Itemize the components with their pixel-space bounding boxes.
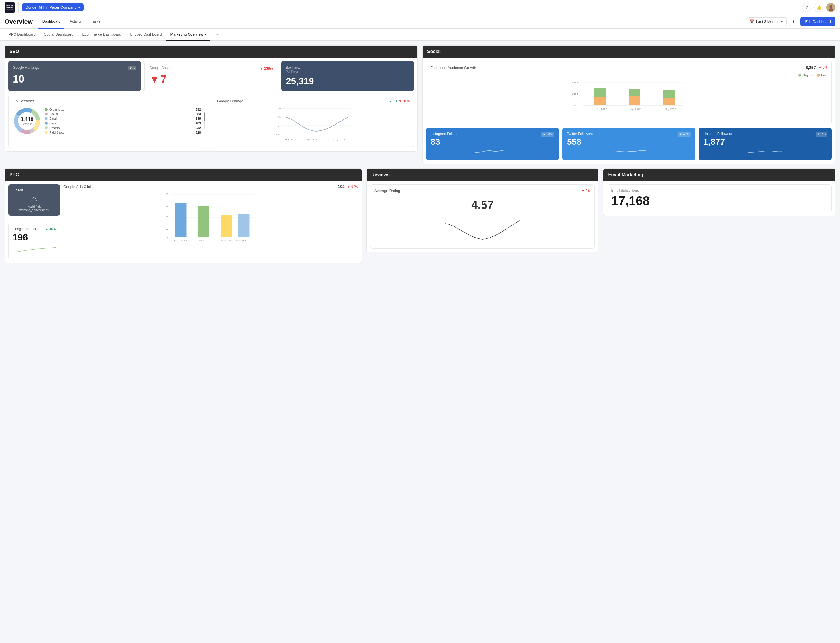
svg-point-5 bbox=[829, 5, 832, 8]
email-marketing-wrapper: Email Marketing Email Subscribers 17,168 bbox=[603, 168, 835, 216]
reviews-wrapper: Reviews Average Rating ▼ 3% 4.57 bbox=[367, 168, 599, 253]
svg-text:Apr 2022: Apr 2022 bbox=[630, 108, 641, 111]
more-tabs-button[interactable]: ··· bbox=[213, 31, 222, 38]
fb-change: ▼ 5% bbox=[818, 65, 827, 70]
social-section: Social Facebook Audience Growth 8,257 ▼ … bbox=[422, 45, 835, 164]
linkedin-card: LinkedIn Followers ▼ 7% 1,877 bbox=[699, 128, 832, 160]
warning-icon: ⚠ bbox=[12, 194, 56, 202]
svg-text:20: 20 bbox=[165, 216, 168, 219]
svg-text:-20: -20 bbox=[276, 133, 280, 136]
linkedin-wave bbox=[703, 147, 827, 155]
sub-tab-ecommerce[interactable]: Ecommerce Dashboard bbox=[78, 29, 126, 41]
chevron-down-icon: ▾ bbox=[781, 20, 783, 24]
avg-rating-chart bbox=[374, 215, 591, 243]
linkedin-badge: ▼ 7% bbox=[816, 132, 827, 137]
fb-organic-legend: Organic bbox=[798, 73, 814, 77]
backlinks-value: 25,319 bbox=[286, 76, 409, 86]
instagram-badge: ▲ 88% bbox=[541, 132, 555, 137]
svg-text:30: 30 bbox=[165, 204, 168, 207]
google-change-small-card: Google Change ▼ 138% ▼ 7 bbox=[144, 61, 277, 91]
svg-text:Acme Law: Acme Law bbox=[221, 239, 232, 242]
backlinks-label: Backlinks (All Time) bbox=[286, 65, 409, 73]
bottom-sections-row: PPC FR Ads ⚠ invalid field: website_conv… bbox=[5, 168, 835, 263]
gc-badge-green: ▲ 13 bbox=[388, 99, 397, 103]
tab-dashboard[interactable]: Dashboard bbox=[38, 15, 65, 29]
google-change-value: ▼ 7 bbox=[149, 73, 273, 85]
legend-item-email: Email 539 bbox=[45, 116, 201, 121]
social-wrapper: Social Facebook Audience Growth 8,257 ▼ … bbox=[422, 45, 835, 164]
google-ads-co-value: 196 bbox=[13, 232, 55, 243]
avg-rating-header: Average Rating ▼ 3% bbox=[374, 189, 591, 193]
google-change-line-chart: 40 20 0 -20 bbox=[217, 106, 410, 143]
tab-activity[interactable]: Activity bbox=[65, 15, 85, 29]
google-change-label: Google Change bbox=[149, 66, 173, 70]
social-follower-cards: Instagram Follo... ▲ 88% 83 Twitter Fo bbox=[426, 128, 832, 160]
avatar[interactable] bbox=[826, 3, 835, 12]
email-marketing-header: Email Marketing bbox=[603, 169, 835, 181]
svg-text:Acme Dental: Acme Dental bbox=[173, 239, 186, 242]
backlinks-card: Backlinks (All Time) 25,319 bbox=[281, 61, 414, 91]
chevron-down-icon: ▾ bbox=[204, 32, 206, 36]
legend-item-social: Social 584 bbox=[45, 112, 201, 116]
instagram-card: Instagram Follo... ▲ 88% 83 bbox=[426, 128, 559, 160]
ppc-header: PPC bbox=[5, 169, 362, 181]
date-range-button[interactable]: 📅 Last 3 Months ▾ bbox=[746, 18, 787, 26]
ga-scrollbar[interactable] bbox=[204, 112, 205, 129]
google-ads-clicks-card: Google Ads Clicks 102 ▼ 67% 40 30 20 10 bbox=[63, 184, 358, 259]
top-sections-row: SEO Google Rankings 0% 10 bbox=[5, 45, 835, 164]
google-ads-co-chart bbox=[13, 244, 55, 254]
twitter-badge: ▼ 45% bbox=[678, 132, 691, 137]
facebook-chart-card: Facebook Audience Growth 8,257 ▼ 5% Orga… bbox=[426, 61, 832, 124]
svg-text:4,000: 4,000 bbox=[572, 81, 579, 84]
svg-text:Acme Auto B...: Acme Auto B... bbox=[236, 239, 251, 242]
google-ads-clicks-chart: 40 30 20 10 0 bbox=[63, 191, 358, 246]
seo-top-cards: Google Rankings 0% 10 Google Change ▼ 13… bbox=[8, 61, 414, 91]
nav-tabs: Overview Dashboard Activity Tasks 📅 Last… bbox=[0, 15, 840, 29]
sub-tab-ppc[interactable]: PPC Dashboard bbox=[5, 29, 39, 41]
svg-text:Mar 2022: Mar 2022 bbox=[285, 138, 296, 141]
sub-nav: PPC Dashboard Social Dashboard Ecommerce… bbox=[0, 29, 840, 41]
company-selector[interactable]: Dunder Mifflin Paper Company ▾ bbox=[22, 3, 84, 11]
svg-text:0: 0 bbox=[574, 104, 576, 107]
svg-text:10: 10 bbox=[165, 227, 168, 230]
sub-tab-marketing[interactable]: Marketing Overview ▾ bbox=[166, 29, 210, 41]
fb-chart-header: Facebook Audience Growth 8,257 ▼ 5% bbox=[430, 65, 827, 70]
svg-text:40: 40 bbox=[165, 193, 168, 196]
share-button[interactable]: ⬆ bbox=[789, 17, 798, 26]
svg-rect-32 bbox=[594, 97, 606, 106]
tab-tasks[interactable]: Tasks bbox=[87, 15, 104, 29]
sub-tab-untitled[interactable]: Untitled Dashboard bbox=[126, 29, 166, 41]
sub-tab-social[interactable]: Social Dashboard bbox=[40, 29, 78, 41]
fb-paid-legend: Paid bbox=[817, 73, 827, 77]
topbar: DUNDER MIFFLIN THE OFFICE Dunder Mifflin… bbox=[0, 0, 840, 15]
fb-value: 8,257 bbox=[806, 65, 816, 70]
svg-point-6 bbox=[829, 8, 833, 11]
ga-sessions-legend: Organic ... 592 Social 584 Email bbox=[45, 107, 201, 135]
legend-item-referral: Referral 332 bbox=[45, 126, 201, 130]
svg-rect-50 bbox=[175, 204, 186, 237]
reviews-header: Reviews bbox=[367, 169, 599, 181]
logo: DUNDER MIFFLIN THE OFFICE bbox=[5, 2, 19, 13]
svg-rect-36 bbox=[663, 98, 675, 106]
email-marketing-section: Email Marketing Email Subscribers 17,168 bbox=[603, 168, 835, 263]
calendar-icon: 📅 bbox=[750, 20, 754, 24]
seo-wrapper: SEO Google Rankings 0% 10 bbox=[5, 45, 418, 152]
edit-dashboard-button[interactable]: Edit Dashboard bbox=[801, 17, 835, 26]
email-subscribers-card: Email Subscribers 17,168 bbox=[607, 184, 832, 212]
instagram-wave bbox=[431, 147, 555, 155]
google-rankings-value: 10 bbox=[13, 73, 136, 85]
svg-text:Mar 2022: Mar 2022 bbox=[596, 108, 607, 111]
seo-header: SEO bbox=[5, 46, 418, 57]
notifications-button[interactable]: 🔔 bbox=[814, 3, 824, 12]
topbar-right: ? 🔔 bbox=[802, 3, 835, 12]
svg-text:2,000: 2,000 bbox=[572, 93, 579, 95]
ga-donut-chart: 3,410 Sessions bbox=[13, 107, 41, 135]
ppc-section: PPC FR Ads ⚠ invalid field: website_conv… bbox=[5, 168, 362, 263]
help-button[interactable]: ? bbox=[802, 3, 811, 12]
svg-text:May 2022: May 2022 bbox=[665, 108, 676, 111]
svg-text:default: default bbox=[199, 239, 206, 242]
svg-rect-52 bbox=[220, 215, 232, 237]
google-change-badge: ▼ 138% bbox=[260, 67, 273, 70]
nav-right-actions: 📅 Last 3 Months ▾ ⬆ Edit Dashboard bbox=[746, 17, 835, 26]
google-ads-co-header: Google Ads Co... ▲ 36% bbox=[13, 227, 55, 231]
